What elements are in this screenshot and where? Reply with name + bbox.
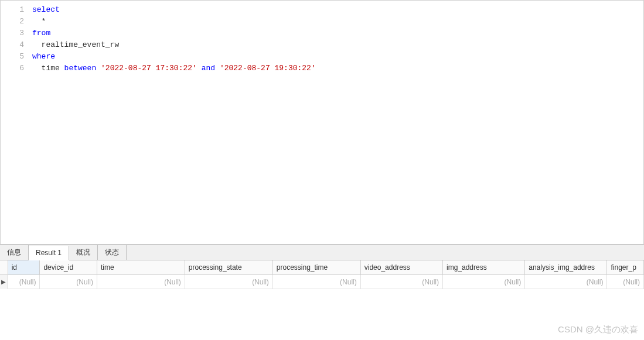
cell[interactable]: (Null) (185, 275, 273, 289)
line-number: 5 (1, 51, 24, 63)
token-kw: from (32, 29, 50, 37)
row-indicator: ▶ (0, 275, 8, 289)
token-kw: and (197, 64, 220, 73)
tab-2[interactable]: 概况 (69, 245, 98, 260)
cell[interactable]: (Null) (607, 275, 644, 289)
cell[interactable]: (Null) (443, 275, 525, 289)
code-area[interactable]: select *from realtime_event_rwwhere time… (30, 1, 643, 244)
token-star: * (32, 17, 46, 26)
header-corner (0, 260, 8, 274)
tab-0[interactable]: 信息 (0, 245, 29, 260)
cell[interactable]: (Null) (97, 275, 185, 289)
code-line[interactable]: from (32, 28, 643, 39)
token-kw: between (64, 64, 101, 73)
code-line[interactable]: select (32, 4, 643, 16)
column-header-analysis_img_addres[interactable]: analysis_img_addres (525, 260, 607, 274)
column-header-processing_time[interactable]: processing_time (273, 260, 361, 274)
cell[interactable]: (Null) (40, 275, 97, 289)
sql-editor[interactable]: 123456 select *from realtime_event_rwwhe… (0, 0, 644, 245)
column-header-finger_p[interactable]: finger_p (607, 260, 644, 274)
column-header-device_id[interactable]: device_id (40, 260, 97, 274)
cell[interactable]: (Null) (8, 275, 40, 289)
token-kw: where (32, 52, 55, 61)
grid-header-row: iddevice_idtimeprocessing_stateprocessin… (0, 260, 644, 275)
code-line[interactable]: realtime_event_rw (32, 39, 643, 51)
token-str: '2022-08-27 19:30:22' (220, 64, 316, 73)
line-number: 2 (1, 16, 24, 28)
column-header-video_address[interactable]: video_address (361, 260, 443, 274)
token-ident: realtime_event_rw (32, 40, 119, 49)
column-header-time[interactable]: time (97, 260, 185, 274)
line-number: 6 (1, 63, 24, 74)
code-line[interactable]: where (32, 51, 643, 63)
token-kw: select (32, 5, 60, 14)
tab-1[interactable]: Result 1 (29, 246, 69, 260)
column-header-img_address[interactable]: img_address (443, 260, 525, 274)
cell[interactable]: (Null) (273, 275, 361, 289)
result-tabs: 信息Result 1概况状态 (0, 245, 644, 260)
token-ident: time (32, 64, 64, 73)
line-gutter: 123456 (1, 1, 30, 244)
column-header-processing_state[interactable]: processing_state (185, 260, 273, 274)
column-header-id[interactable]: id (8, 260, 40, 274)
cell[interactable]: (Null) (525, 275, 607, 289)
table-row[interactable]: ▶(Null)(Null)(Null)(Null)(Null)(Null)(Nu… (0, 275, 644, 289)
code-line[interactable]: * (32, 16, 643, 28)
line-number: 4 (1, 39, 24, 51)
tab-3[interactable]: 状态 (98, 245, 127, 260)
token-str: '2022-08-27 17:30:22' (101, 64, 197, 73)
code-line[interactable]: time between '2022-08-27 17:30:22' and '… (32, 63, 643, 74)
results-panel: 信息Result 1概况状态 iddevice_idtimeprocessing… (0, 245, 644, 340)
result-grid[interactable]: iddevice_idtimeprocessing_stateprocessin… (0, 260, 644, 340)
line-number: 3 (1, 28, 24, 39)
cell[interactable]: (Null) (361, 275, 443, 289)
line-number: 1 (1, 4, 24, 16)
